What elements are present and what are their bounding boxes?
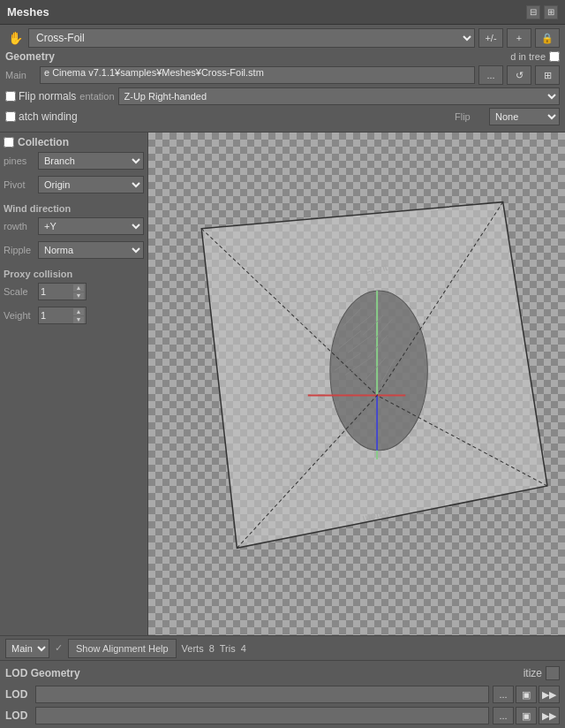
tris-label: Tris (220, 643, 236, 654)
ripple-label: Ripple (4, 245, 34, 255)
lod-header-row: LOD Geometry itize (5, 663, 560, 684)
lod2-field[interactable] (35, 707, 489, 724)
lod1-action-button[interactable]: ▣ (516, 686, 537, 703)
spines-row: pines Branch (4, 152, 144, 170)
mesh-dropdown[interactable]: Cross-Foil (28, 28, 475, 48)
lod1-dots-button[interactable]: ... (493, 686, 514, 703)
content-area: Collection pines Branch Pivot Origin Win… (0, 133, 565, 635)
lod-row-1: LOD ... ▣ ▶▶ (5, 684, 560, 705)
lod-row-2: LOD ... ▣ ▶▶ (5, 705, 560, 726)
included-in-tree-text: d in tree (510, 51, 546, 62)
flip-dropdown[interactable]: None (489, 108, 560, 125)
included-in-tree-checkbox[interactable] (549, 51, 560, 62)
geometry-label: Geometry (5, 50, 55, 63)
growth-row: rowth +Y (4, 217, 144, 235)
match-winding-checkbox[interactable] (5, 111, 16, 122)
flip-normals-row: Flip normals entation Z-Up Right-handed (5, 87, 560, 105)
main-container: ✋ Cross-Foil +/- + 🔒 Geometry d in tree … (0, 25, 565, 728)
flip-normals-label: Flip normals (5, 90, 76, 102)
plus-minus-button[interactable]: +/- (478, 28, 503, 48)
orientation-dropdown[interactable]: Z-Up Right-handed (118, 87, 560, 105)
check-arrow: ✓ (55, 642, 63, 654)
growth-dropdown[interactable]: +Y (38, 217, 144, 235)
lod2-actions: ... ▣ ▶▶ (493, 707, 560, 724)
itize-row: itize (524, 664, 560, 683)
path-field[interactable]: e Cinema v7.1.1¥samples¥Meshes¥Cross-Foi… (40, 66, 475, 84)
proxy-collision-header: Proxy collision (4, 269, 144, 279)
pivot-row: Pivot Origin (4, 176, 144, 193)
main-label: Main (5, 70, 36, 80)
lock-button[interactable]: 🔒 (535, 28, 560, 48)
lod1-arrow-button[interactable]: ▶▶ (539, 686, 560, 703)
mesh-row: ✋ Cross-Foil +/- + 🔒 (5, 28, 560, 48)
viewport-toolbar: Main ✓ Show Alignment Help Verts 8 Tris … (0, 635, 565, 660)
lod1-actions: ... ▣ ▶▶ (493, 686, 560, 703)
pivot-dropdown[interactable]: Origin (38, 176, 144, 193)
maximize-icon[interactable]: ⊞ (544, 5, 558, 19)
wind-direction-header: Wind direction (4, 203, 144, 214)
collection-header-row: Collection (4, 136, 144, 148)
left-panel: Collection pines Branch Pivot Origin Win… (0, 133, 148, 635)
itize-checkbox[interactable] (546, 666, 560, 680)
extra-button[interactable]: ⊞ (535, 65, 560, 85)
weight-label: Veight (4, 310, 34, 321)
geometry-row: Geometry d in tree (5, 50, 560, 63)
plus-button[interactable]: + (507, 28, 531, 48)
growth-label: rowth (4, 221, 34, 231)
spines-dropdown[interactable]: Branch (38, 152, 144, 170)
scale-spinbox: 1 ▲ ▼ (38, 283, 87, 300)
weight-down-arrow[interactable]: ▼ (73, 316, 84, 323)
collection-label: Collection (18, 136, 69, 148)
verts-label: Verts (182, 643, 204, 654)
match-winding-row: atch winding Flip None (5, 108, 560, 125)
dots-button[interactable]: ... (478, 65, 503, 85)
lod1-field[interactable] (35, 686, 489, 703)
path-row: Main e Cinema v7.1.1¥samples¥Meshes¥Cros… (5, 65, 560, 85)
itize-label: itize (524, 667, 542, 679)
title-bar-controls: ⊟ ⊞ (526, 5, 558, 19)
window-title: Meshes (7, 5, 49, 19)
top-panel: ✋ Cross-Foil +/- + 🔒 Geometry d in tree … (0, 25, 565, 133)
scale-label: Scale (4, 286, 34, 297)
scale-down-arrow[interactable]: ▼ (73, 292, 84, 300)
lod2-arrow-button[interactable]: ▶▶ (539, 707, 560, 724)
view-dropdown[interactable]: Main (5, 639, 49, 658)
match-winding-label: atch winding (5, 110, 78, 123)
title-bar: Meshes ⊟ ⊞ (0, 0, 565, 25)
verts-value: 8 (209, 643, 215, 654)
weight-up-arrow[interactable]: ▲ (73, 308, 84, 315)
refresh-button[interactable]: ↺ (507, 65, 531, 85)
weight-row: Veight 1 ▲ ▼ (4, 307, 144, 324)
weight-spinbox: 1 ▲ ▼ (38, 307, 87, 324)
minimize-icon[interactable]: ⊟ (526, 5, 540, 19)
pivot-label: Pivot (4, 179, 34, 190)
scale-up-arrow[interactable]: ▲ (73, 284, 84, 292)
ripple-dropdown[interactable]: Norma (38, 241, 144, 259)
ripple-row: Ripple Norma (4, 241, 144, 259)
scale-row: Scale 1 ▲ ▼ (4, 283, 144, 300)
spines-label: pines (4, 155, 34, 166)
viewport-canvas: Front Bottom (148, 133, 565, 635)
scale-value: 1 (41, 286, 73, 297)
flip-label: Flip (455, 111, 486, 122)
weight-value: 1 (41, 310, 73, 321)
foil-shape (330, 291, 427, 451)
lod2-dots-button[interactable]: ... (493, 707, 514, 724)
show-alignment-button[interactable]: Show Alignment Help (68, 639, 177, 658)
tris-value: 4 (241, 643, 246, 654)
lod-geometry-label: LOD Geometry (5, 667, 80, 679)
lod2-label: LOD (5, 709, 32, 722)
lod-section: LOD Geometry itize LOD ... ▣ ▶▶ LOD ... … (0, 660, 565, 728)
orientation-label: entation (79, 91, 114, 102)
lod1-label: LOD (5, 688, 32, 701)
lod2-action-button[interactable]: ▣ (516, 707, 537, 724)
viewport[interactable]: Front Bottom (148, 133, 565, 635)
flip-normals-checkbox[interactable] (5, 91, 16, 102)
collection-checkbox[interactable] (4, 137, 14, 148)
hand-icon: ✋ (5, 28, 25, 48)
